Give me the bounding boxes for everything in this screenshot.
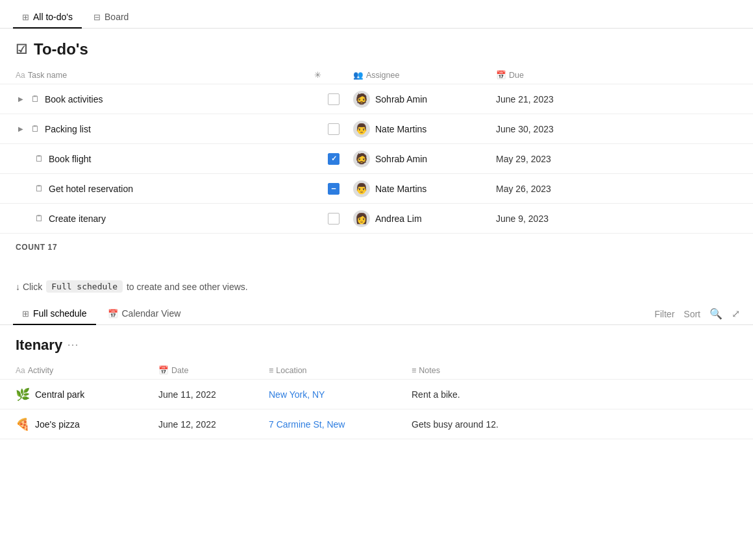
due-cell: May 26, 2023 (496, 184, 737, 194)
avatar: 👩 (353, 210, 370, 227)
checkbox-cell[interactable] (314, 183, 353, 195)
notes-cell: Rent a bike. (412, 389, 737, 400)
table-row: 🗒 Book flight 🧔 Sohrab Amin May 29, 2023 (0, 144, 753, 174)
task-name-cell: 🗒 Create itenary (16, 213, 314, 224)
location-icon: ≡ (269, 366, 273, 375)
assignee-name: Nate Martins (375, 184, 426, 194)
bottom-tabs-left: ⊞ Full schedule 📅 Calendar View (13, 303, 190, 324)
expand-arrow[interactable]: ▶ (16, 94, 26, 104)
notes-cell: Gets busy around 12. (412, 419, 737, 430)
activity-emoji: 🍕 (16, 417, 30, 432)
col-activity: Aa Activity (16, 366, 158, 375)
task-name: Get hotel reservation (49, 184, 133, 194)
col-due: 📅 Due (496, 70, 737, 80)
col-status: ✳ (314, 70, 353, 80)
todos-title-text: To-do's (34, 40, 88, 58)
tab-board[interactable]: ⊟ Board (84, 6, 138, 29)
itenary-list: 🌿 Central park June 11, 2022 New York, N… (0, 380, 753, 439)
list-item: 🍕 Joe's pizza June 12, 2022 7 Carmine St… (0, 409, 753, 439)
hint-code: Full schedule (46, 280, 123, 293)
col-assignee: 👥 Assignee (353, 70, 496, 80)
page-icon: 🗒 (31, 94, 40, 104)
avatar: 👨 (353, 180, 370, 197)
task-list: ▶ 🗒 Book activities 🧔 Sohrab Amin June 2… (0, 84, 753, 234)
task-name: Book flight (49, 154, 91, 164)
date-cell: June 12, 2022 (158, 419, 269, 430)
expand-icon[interactable]: ⤢ (732, 308, 740, 320)
dots-icon[interactable]: ··· (68, 340, 79, 350)
assignee-cell: 🧔 Sohrab Amin (353, 91, 496, 108)
search-icon[interactable]: 🔍 (710, 308, 722, 320)
task-name-cell: 🗒 Get hotel reservation (16, 184, 314, 194)
checkbox-icon: ☑ (16, 42, 27, 57)
bottom-tabs-right: Filter Sort 🔍 ⤢ (654, 308, 740, 320)
task-name-cell: ▶ 🗒 Packing list (16, 124, 314, 134)
calendar-icon: 📅 (496, 70, 506, 80)
checkbox-cell[interactable] (314, 153, 353, 165)
tab-calendar-view[interactable]: 📅 Calendar View (99, 303, 190, 325)
tab-all-todos[interactable]: ⊞ All to-do's (13, 6, 82, 29)
assignee-name: Andrea Lim (375, 213, 422, 224)
assignee-cell: 👨 Nate Martins (353, 121, 496, 138)
task-name-cell: 🗒 Book flight (16, 154, 314, 164)
checkbox-cell[interactable] (314, 123, 353, 135)
task-name: Book activities (45, 94, 103, 104)
tab-full-schedule[interactable]: ⊞ Full schedule (13, 303, 96, 325)
sort-button[interactable]: Sort (684, 309, 700, 319)
task-name-cell: ▶ 🗒 Book activities (16, 94, 314, 104)
tab-all-todos-label: All to-do's (33, 12, 73, 22)
task-checkbox[interactable] (328, 183, 339, 195)
expand-arrow[interactable]: ▶ (16, 124, 26, 134)
location-cell: 7 Carmine St, New (269, 419, 412, 430)
checkbox-cell[interactable] (314, 93, 353, 105)
table-row: ▶ 🗒 Packing list 👨 Nate Martins June 30,… (0, 114, 753, 144)
assignee-name: Nate Martins (375, 124, 426, 134)
date-cell: June 11, 2022 (158, 389, 269, 400)
assignee-cell: 🧔 Sohrab Amin (353, 151, 496, 167)
bottom-tabs-bar: ⊞ Full schedule 📅 Calendar View Filter S… (0, 303, 753, 325)
activity-name: Joe's pizza (35, 419, 80, 430)
itenary-title-text: Itenary (16, 337, 62, 354)
task-name: Create itenary (49, 213, 106, 224)
itenary-table-header: Aa Activity 📅 Date ≡ Location ≡ Notes (0, 361, 753, 380)
board-icon: ⊟ (93, 12, 101, 22)
activity-cell: 🌿 Central park (16, 387, 158, 402)
tab-full-schedule-label: Full schedule (33, 308, 87, 319)
task-checkbox[interactable] (328, 93, 339, 105)
table-row: ▶ 🗒 Book activities 🧔 Sohrab Amin June 2… (0, 84, 753, 114)
aa-icon2: Aa (16, 366, 25, 375)
itenary-section-title: Itenary ··· (0, 325, 753, 361)
page-icon: 🗒 (35, 184, 43, 193)
calendar-view-icon: 📅 (108, 309, 118, 319)
filter-button[interactable]: Filter (654, 309, 674, 319)
assignee-cell: 👩 Andrea Lim (353, 210, 496, 227)
assignee-name: Sohrab Amin (375, 154, 427, 164)
task-checkbox[interactable] (328, 123, 339, 135)
avatar: 🧔 (353, 151, 370, 167)
checkbox-cell[interactable] (314, 213, 353, 225)
activity-name: Central park (35, 389, 84, 400)
location-cell: New York, NY (269, 389, 412, 400)
aa-icon: Aa (16, 71, 25, 80)
full-schedule-icon: ⊞ (22, 309, 29, 319)
table-row: 🗒 Create itenary 👩 Andrea Lim June 9, 20… (0, 204, 753, 234)
activity-cell: 🍕 Joe's pizza (16, 417, 158, 432)
status-icon: ✳ (314, 70, 321, 80)
task-name: Packing list (45, 124, 91, 134)
list-item: 🌿 Central park June 11, 2022 New York, N… (0, 380, 753, 409)
task-checkbox[interactable] (328, 153, 339, 165)
count-row: COUNT 17 (0, 234, 753, 261)
col-location: ≡ Location (269, 366, 412, 375)
top-tabs-bar: ⊞ All to-do's ⊟ Board (0, 0, 753, 29)
page-icon: 🗒 (35, 213, 43, 223)
assignee-icon: 👥 (353, 70, 364, 80)
assignee-cell: 👨 Nate Martins (353, 180, 496, 197)
assignee-name: Sohrab Amin (375, 94, 427, 104)
task-checkbox[interactable] (328, 213, 339, 225)
activity-emoji: 🌿 (16, 387, 30, 402)
tab-calendar-view-label: Calendar View (122, 308, 181, 319)
col-task-name: Aa Task name (16, 71, 314, 80)
table-row: 🗒 Get hotel reservation 👨 Nate Martins M… (0, 174, 753, 204)
due-cell: June 9, 2023 (496, 213, 737, 224)
col-date: 📅 Date (158, 365, 269, 375)
